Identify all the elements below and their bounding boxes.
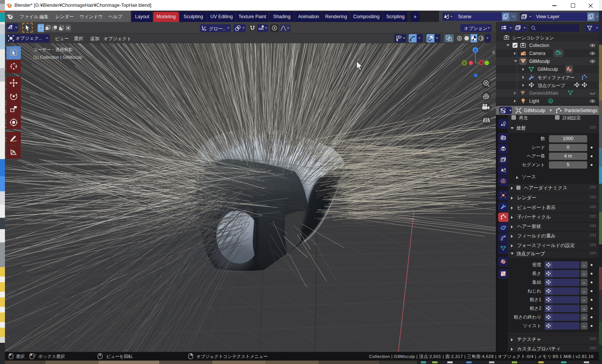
svg-text:Y: Y [463,61,466,65]
svg-text:Z: Z [474,48,477,52]
svg-text:X: X [480,61,483,65]
